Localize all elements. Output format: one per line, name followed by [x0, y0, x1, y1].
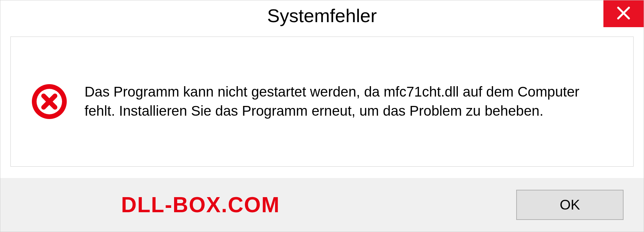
- error-icon: [31, 83, 68, 120]
- titlebar: Systemfehler: [0, 0, 644, 31]
- error-dialog: Systemfehler Das Programm kann nicht ges…: [0, 0, 644, 232]
- dialog-footer: DLL-BOX.COM OK: [0, 178, 644, 232]
- close-icon: [616, 6, 631, 22]
- watermark-text: DLL-BOX.COM: [121, 192, 280, 217]
- close-button[interactable]: [603, 0, 644, 27]
- content-area: Das Programm kann nicht gestartet werden…: [10, 37, 634, 167]
- error-message: Das Programm kann nicht gestartet werden…: [85, 82, 613, 120]
- ok-button[interactable]: OK: [516, 190, 624, 220]
- dialog-title: Systemfehler: [267, 5, 377, 26]
